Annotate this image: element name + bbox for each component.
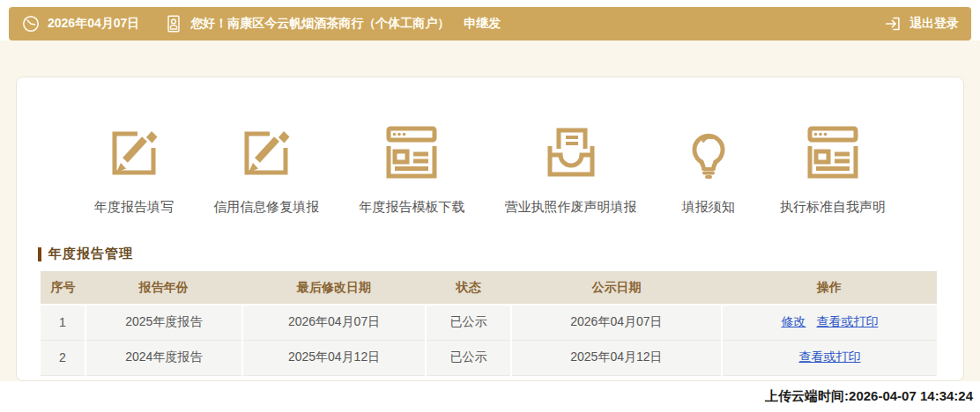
user-group: 您好！南康区今云帆烟酒茶商行（个体工商户） 申继发 xyxy=(164,14,501,33)
shortcut-credit-repair[interactable]: 信用信息修复填报 xyxy=(213,120,319,216)
action-link[interactable]: 查看或打印 xyxy=(816,314,878,328)
section-title-bar xyxy=(38,247,41,261)
table-header-row: 序号 报告年份 最后修改日期 状态 公示日期 操作 xyxy=(41,271,937,305)
header-index: 序号 xyxy=(41,271,85,305)
logout-label: 退出登录 xyxy=(909,16,959,32)
footer: 上传云端时间:2026-04-07 14:34:24 xyxy=(0,381,980,412)
section-title: 年度报告管理 xyxy=(38,246,963,262)
header-status: 状态 xyxy=(426,271,511,305)
shortcut-label: 营业执照作废声明填报 xyxy=(505,199,637,216)
shortcut-label: 年度报告填写 xyxy=(94,199,174,216)
date-group: 2026年04月07日 xyxy=(21,14,139,33)
header-actions: 操作 xyxy=(722,271,937,305)
header-published-date: 公示日期 xyxy=(511,271,722,305)
current-date: 2026年04月07日 xyxy=(48,16,139,32)
upload-time-text: 上传云端时间:2026-04-07 14:34:24 xyxy=(765,388,973,405)
shortcut-annual-report-fill[interactable]: 年度报告填写 xyxy=(94,120,174,216)
shortcut-row: 年度报告填写 信用信息修复填报 xyxy=(17,120,963,216)
pencil-square-icon xyxy=(102,120,166,185)
header-modified-date: 最后修改日期 xyxy=(242,271,426,305)
shortcut-license-cancel-declare[interactable]: 营业执照作废声明填报 xyxy=(505,120,637,216)
main-card: 年度报告填写 信用信息修复填报 xyxy=(16,77,964,381)
shortcut-label: 年度报告模板下载 xyxy=(359,199,464,216)
report-table-body: 12025年度报告2026年04月07日已公示2026年04月07日修改查看或打… xyxy=(41,305,937,375)
table-row: 12025年度报告2026年04月07日已公示2026年04月07日修改查看或打… xyxy=(41,305,937,340)
topbar: 2026年04月07日 您好！南康区今云帆烟酒茶商行（个体工商户） 申继发 退出… xyxy=(9,7,971,40)
actions-cell: 修改查看或打印 xyxy=(722,305,937,340)
action-link[interactable]: 修改 xyxy=(781,314,806,328)
page-background: 年度报告填写 信用信息修复填报 xyxy=(0,40,980,381)
header-report-year: 报告年份 xyxy=(85,271,242,305)
id-card-person-icon xyxy=(164,14,183,33)
shortcut-template-download[interactable]: 年度报告模板下载 xyxy=(359,120,464,216)
logout-button[interactable]: 退出登录 xyxy=(883,14,959,33)
report-year-cell: 2024年度报告 xyxy=(85,340,242,375)
actions-cell: 查看或打印 xyxy=(722,340,937,375)
row-index: 1 xyxy=(41,305,85,340)
shortcut-label: 执行标准自我声明 xyxy=(780,199,886,216)
clock-icon xyxy=(21,14,41,33)
status-cell: 已公示 xyxy=(426,340,511,375)
annual-report-table: 序号 报告年份 最后修改日期 状态 公示日期 操作 12025年度报告2026年… xyxy=(41,271,937,376)
top-white-strip xyxy=(0,0,980,7)
logout-icon xyxy=(883,14,902,33)
published-date-cell: 2025年04月12日 xyxy=(511,340,722,375)
shortcut-filling-notice[interactable]: 填报须知 xyxy=(677,120,740,216)
section-title-text: 年度报告管理 xyxy=(48,246,133,262)
webpage-declaration-icon xyxy=(801,120,865,185)
table-row: 22024年度报告2025年04月12日已公示2025年04月12日查看或打印 xyxy=(41,340,937,375)
pencil-square-icon xyxy=(234,120,298,185)
modified-date-cell: 2025年04月12日 xyxy=(242,340,426,375)
lightbulb-icon xyxy=(677,120,740,185)
status-cell: 已公示 xyxy=(426,305,511,340)
inbox-document-icon xyxy=(539,120,603,185)
shortcut-label: 信用信息修复填报 xyxy=(213,199,319,216)
shortcut-standard-self-declaration[interactable]: 执行标准自我声明 xyxy=(780,120,886,216)
modified-date-cell: 2026年04月07日 xyxy=(242,305,426,340)
webpage-template-icon xyxy=(380,120,443,185)
shortcut-label: 填报须知 xyxy=(682,199,735,216)
published-date-cell: 2026年04月07日 xyxy=(511,305,722,340)
report-year-cell: 2025年度报告 xyxy=(85,305,242,340)
operator-name: 申继发 xyxy=(464,16,501,32)
row-index: 2 xyxy=(41,340,85,375)
action-link[interactable]: 查看或打印 xyxy=(798,349,860,364)
user-greeting: 您好！南康区今云帆烟酒茶商行（个体工商户） xyxy=(190,16,449,32)
